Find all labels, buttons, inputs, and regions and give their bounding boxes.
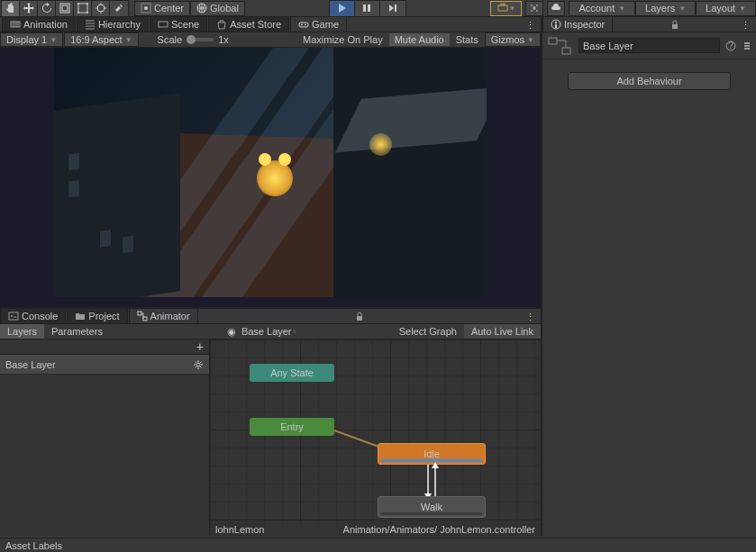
tab-animation[interactable]: Animation (2, 16, 76, 32)
svg-rect-1 (62, 5, 68, 11)
select-graph-button[interactable]: Select Graph (392, 324, 464, 339)
add-layer-button[interactable]: + (196, 339, 204, 354)
layer-row[interactable]: Base Layer (0, 355, 209, 375)
tab-menu-button[interactable]: ⋮ (520, 312, 541, 323)
node-label: Idle (424, 448, 440, 459)
lock-icon (354, 311, 365, 321)
tab-game[interactable]: Game (290, 16, 347, 32)
svg-rect-27 (143, 317, 147, 321)
layout-dropdown[interactable]: Layout▼ (696, 1, 756, 16)
inspector-lock-button[interactable] (666, 19, 684, 32)
animator-icon (137, 311, 148, 321)
account-dropdown[interactable]: Account▼ (569, 1, 635, 16)
node-entry[interactable]: Entry (250, 418, 334, 436)
tab-menu-button[interactable]: ⋮ (735, 20, 756, 32)
parameters-tab[interactable]: Parameters (44, 324, 110, 339)
breadcrumb[interactable]: Base Layer (241, 326, 292, 337)
tab-inspector[interactable]: Inspector (542, 16, 613, 32)
transition-walk-idle[interactable] (434, 465, 436, 496)
arrow-up-icon (432, 462, 439, 468)
scale-tool[interactable] (56, 1, 74, 16)
node-label: Any State (270, 367, 314, 378)
gear-icon[interactable] (193, 359, 204, 370)
add-behaviour-button[interactable]: Add Behaviour (568, 72, 731, 90)
layers-dropdown[interactable]: Layers▼ (635, 1, 696, 16)
svg-point-16 (531, 5, 533, 6)
tab-label: Console (22, 311, 58, 321)
svg-point-3 (77, 3, 79, 5)
node-any-state[interactable]: Any State (250, 364, 334, 382)
menu-icon: ⋮ (525, 20, 535, 31)
tab-asset-store[interactable]: Asset Store (208, 16, 289, 32)
layers-tab[interactable]: Layers (0, 324, 44, 339)
svg-rect-31 (555, 22, 557, 23)
svg-point-29 (196, 363, 200, 366)
preset-icon[interactable] (742, 41, 752, 51)
maximize-on-play-toggle[interactable]: Maximize On Play (297, 33, 388, 46)
move-tool[interactable] (20, 1, 38, 16)
rect-tool[interactable] (74, 1, 92, 16)
visibility-icon[interactable]: ◉ (227, 326, 236, 338)
layout-label: Layout (706, 3, 735, 14)
transition-idle-walk[interactable] (427, 465, 429, 496)
rotate-tool[interactable] (38, 1, 56, 16)
hand-tool[interactable] (2, 1, 20, 16)
state-machine-graph[interactable]: Any State Entry Idle Walk lohnLemon Anim… (210, 339, 541, 536)
tab-project[interactable]: Project (67, 308, 127, 323)
node-label: Entry (280, 421, 304, 432)
svg-point-4 (87, 3, 88, 5)
step-button[interactable] (380, 1, 405, 16)
display-dropdown[interactable]: Display 1▼ (0, 32, 63, 47)
tab-animator[interactable]: Animator (129, 308, 198, 323)
tab-label: Layers (7, 326, 37, 337)
center-icon (141, 3, 151, 14)
svg-rect-21 (159, 22, 168, 27)
main-toolbar: Center Global ▼ Account▼ Layers▼ Layout▼ (0, 0, 756, 17)
aspect-label: 16:9 Aspect (70, 34, 123, 45)
dropdown-arrow-icon: ▼ (679, 5, 686, 13)
transform-tool[interactable] (92, 1, 110, 16)
play-button[interactable] (330, 1, 355, 16)
auto-live-link-toggle[interactable]: Auto Live Link (464, 324, 541, 339)
toggle-label: Stats (456, 34, 478, 45)
cloud-button[interactable] (547, 1, 565, 16)
panel-lock-button[interactable] (351, 311, 369, 323)
node-walk[interactable]: Walk (378, 496, 486, 518)
dropdown-arrow-icon: ▼ (527, 36, 534, 44)
footer-asset-path: Animation/Animators/ JohnLemon.controlle… (343, 524, 535, 535)
gizmos-dropdown[interactable]: Gizmos▼ (485, 32, 541, 47)
pivot-mode-button[interactable]: Center (134, 1, 190, 16)
animation-icon (10, 19, 21, 30)
custom-tool[interactable] (110, 1, 128, 16)
cloud-icon (551, 3, 561, 14)
footer-object-name: lohnLemon (215, 524, 264, 535)
svg-point-5 (77, 12, 79, 14)
mute-audio-toggle[interactable]: Mute Audio (389, 33, 450, 46)
section-label: Asset Labels (5, 540, 62, 551)
handle-rotation-button[interactable]: Global (190, 1, 245, 16)
asset-labels-section[interactable]: Asset Labels (0, 538, 756, 552)
pause-button[interactable] (355, 1, 380, 16)
node-label: Walk (421, 502, 442, 512)
global-icon (196, 3, 207, 14)
aspect-dropdown[interactable]: 16:9 Aspect▼ (64, 32, 138, 47)
services-icon (529, 3, 540, 14)
tab-scene[interactable]: Scene (150, 16, 207, 32)
scale-label: Scale (158, 34, 183, 45)
collab-button[interactable]: ▼ (490, 1, 523, 16)
tab-console[interactable]: Console (0, 308, 66, 323)
scale-slider[interactable] (187, 38, 214, 41)
tab-label: Animation (23, 19, 68, 30)
state-name-field[interactable]: Base Layer (578, 38, 720, 53)
svg-rect-2 (78, 4, 87, 13)
handle-label: Global (210, 3, 239, 14)
game-viewport[interactable] (0, 48, 541, 307)
tab-hierarchy[interactable]: Hierarchy (77, 16, 149, 32)
tab-menu-button[interactable]: ⋮ (520, 20, 541, 32)
stats-toggle[interactable]: Stats (451, 33, 484, 46)
svg-rect-26 (138, 312, 141, 315)
top-tab-bar: Animation Hierarchy Scene Asset Store Ga… (0, 17, 541, 32)
tab-label: Game (312, 19, 339, 30)
services-button[interactable] (525, 1, 543, 16)
help-icon[interactable]: ? (725, 41, 736, 51)
